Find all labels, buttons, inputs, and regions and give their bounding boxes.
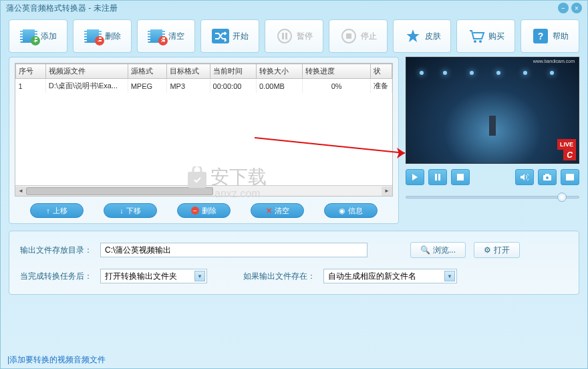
open-button[interactable]: ⚙打开 bbox=[474, 242, 520, 258]
video-preview[interactable]: www.bandicam.com LIVE C bbox=[406, 57, 579, 164]
down-arrow-icon: ↓ bbox=[120, 207, 124, 215]
channel-logo: C bbox=[563, 150, 576, 160]
svg-rect-12 bbox=[457, 174, 464, 180]
file-table[interactable]: 序号 视频源文件 源格式 目标格式 当前时间 转换大小 转换进度 状 1 D:\… bbox=[15, 63, 393, 197]
col-srcfmt[interactable]: 源格式 bbox=[128, 64, 167, 79]
add-button[interactable]: + 添加 bbox=[9, 19, 67, 53]
scroll-thumb[interactable] bbox=[26, 187, 213, 195]
film-clear-icon: ✕ bbox=[147, 28, 166, 44]
main-toolbar: + 添加 − 删除 ✕ 清空 开始 暂停 停止 皮肤 购买 bbox=[1, 15, 587, 57]
pause-icon bbox=[275, 28, 294, 44]
scroll-left-arrow[interactable]: ◄ bbox=[15, 187, 26, 196]
horizontal-scrollbar[interactable]: ◄ ► bbox=[15, 185, 392, 196]
svg-rect-3 bbox=[285, 33, 287, 39]
live-badge: LIVE bbox=[557, 139, 576, 150]
svg-rect-5 bbox=[346, 33, 351, 39]
status-hint-link[interactable]: |添加要转换的视频音频文件 bbox=[7, 355, 106, 364]
media-stop-button[interactable] bbox=[451, 169, 470, 185]
titlebar: 蒲公英音频格式转换器 - 未注册 − × bbox=[1, 1, 587, 15]
chevron-down-icon: ▼ bbox=[444, 271, 455, 281]
svg-point-1 bbox=[278, 29, 291, 43]
svg-point-7 bbox=[479, 40, 482, 43]
file-exists-label: 如果输出文件存在： bbox=[243, 271, 315, 282]
x-icon: ✕ bbox=[266, 207, 272, 215]
list-action-bar: ↑上移 ↓下移 −删除 ✕清空 ◉信息 bbox=[15, 203, 393, 218]
col-size[interactable]: 转换大小 bbox=[256, 64, 302, 79]
col-tgtfmt[interactable]: 目标格式 bbox=[167, 64, 210, 79]
minimize-button[interactable]: − bbox=[558, 3, 569, 13]
svg-point-15 bbox=[546, 176, 549, 179]
move-up-button[interactable]: ↑上移 bbox=[30, 203, 84, 218]
col-progress[interactable]: 转换进度 bbox=[303, 64, 370, 79]
stop-icon bbox=[339, 28, 358, 44]
volume-button[interactable] bbox=[515, 169, 534, 185]
buy-button[interactable]: 购买 bbox=[456, 19, 515, 53]
stop-button[interactable]: 停止 bbox=[329, 19, 388, 53]
preview-panel: www.bandicam.com LIVE C bbox=[406, 57, 579, 224]
table-row[interactable]: 1 D:\桌面\说明书\Exa... MPEG MP3 00:00:00 0.0… bbox=[16, 79, 392, 94]
list-clear-button[interactable]: ✕清空 bbox=[251, 203, 304, 218]
gear-icon: ⚙ bbox=[484, 245, 491, 255]
start-button[interactable]: 开始 bbox=[200, 19, 259, 53]
snapshot-button[interactable] bbox=[538, 169, 557, 185]
folder-search-icon: 🔍 bbox=[420, 245, 430, 255]
svg-point-6 bbox=[474, 40, 476, 43]
output-dir-input[interactable] bbox=[100, 243, 368, 257]
col-time[interactable]: 当前时间 bbox=[210, 64, 256, 79]
minus-icon: − bbox=[191, 207, 199, 215]
after-convert-combo[interactable]: 打开转换输出文件夹▼ bbox=[100, 269, 207, 283]
help-icon: ? bbox=[531, 28, 550, 44]
help-button[interactable]: ? 帮助 bbox=[521, 19, 579, 53]
media-pause-button[interactable] bbox=[428, 169, 447, 185]
after-convert-label: 当完成转换任务后： bbox=[20, 271, 92, 282]
svg-text:?: ? bbox=[538, 31, 544, 41]
skin-button[interactable]: 皮肤 bbox=[393, 19, 452, 53]
film-delete-icon: − bbox=[84, 28, 102, 44]
media-controls bbox=[406, 169, 579, 185]
move-down-button[interactable]: ↓下移 bbox=[104, 203, 157, 218]
star-icon bbox=[404, 28, 422, 44]
output-settings-panel: 输出文件存放目录： 🔍浏览... ⚙打开 当完成转换任务后： 打开转换输出文件夹… bbox=[9, 231, 579, 295]
file-list-panel: 序号 视频源文件 源格式 目标格式 当前时间 转换大小 转换进度 状 1 D:\… bbox=[9, 57, 399, 224]
chevron-down-icon: ▼ bbox=[194, 271, 205, 281]
file-exists-combo[interactable]: 自动生成相应的新文件名▼ bbox=[323, 269, 457, 283]
list-delete-button[interactable]: −删除 bbox=[177, 203, 231, 218]
output-dir-label: 输出文件存放目录： bbox=[20, 245, 92, 256]
preview-watermark-url: www.bandicam.com bbox=[533, 59, 575, 64]
up-arrow-icon: ↑ bbox=[46, 207, 50, 215]
app-window: 蒲公英音频格式转换器 - 未注册 − × + 添加 − 删除 ✕ 清空 开始 暂… bbox=[0, 0, 588, 369]
svg-rect-11 bbox=[438, 174, 440, 180]
play-button[interactable] bbox=[406, 169, 424, 185]
scroll-right-arrow[interactable]: ► bbox=[382, 187, 392, 196]
slider-thumb[interactable] bbox=[557, 193, 567, 202]
window-title: 蒲公英音频格式转换器 - 未注册 bbox=[6, 3, 118, 14]
status-bar: |添加要转换的视频音频文件 bbox=[7, 354, 106, 366]
browse-button[interactable]: 🔍浏览... bbox=[410, 242, 466, 258]
info-button[interactable]: ◉信息 bbox=[324, 203, 378, 218]
pause-button[interactable]: 暂停 bbox=[265, 19, 323, 53]
col-status[interactable]: 状 bbox=[370, 64, 392, 79]
clear-button[interactable]: ✕ 清空 bbox=[137, 19, 196, 53]
fullscreen-button[interactable] bbox=[561, 169, 579, 185]
svg-rect-14 bbox=[545, 174, 549, 175]
info-icon: ◉ bbox=[339, 207, 345, 215]
svg-rect-10 bbox=[435, 174, 437, 180]
col-source[interactable]: 视频源文件 bbox=[45, 64, 128, 79]
cart-icon bbox=[467, 28, 486, 44]
svg-rect-2 bbox=[282, 33, 284, 39]
svg-rect-16 bbox=[566, 174, 574, 180]
shuffle-icon bbox=[211, 28, 230, 44]
delete-button[interactable]: − 删除 bbox=[73, 19, 132, 53]
seek-slider[interactable] bbox=[406, 191, 579, 204]
window-controls: − × bbox=[558, 3, 582, 13]
film-add-icon: + bbox=[19, 28, 38, 44]
col-index[interactable]: 序号 bbox=[16, 64, 46, 79]
close-button[interactable]: × bbox=[571, 3, 582, 13]
